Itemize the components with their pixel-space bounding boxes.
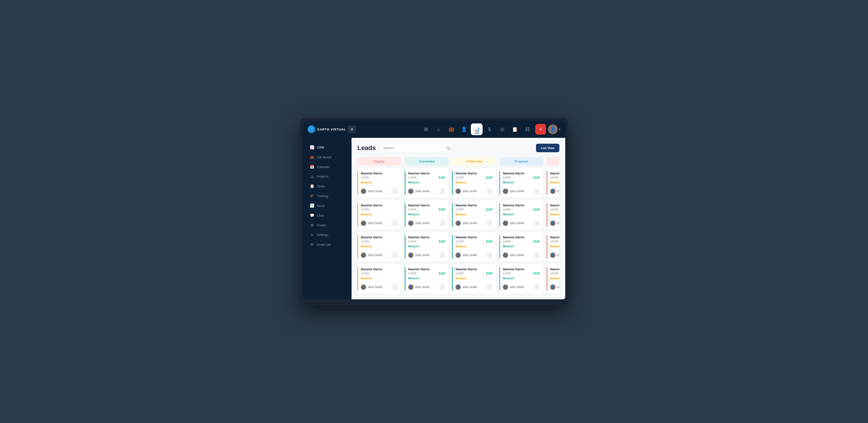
kanban-header-followup: Follow Up	[452, 157, 496, 165]
sidebar-label-emaillist: Email List	[317, 243, 331, 246]
card-menu-button[interactable]: ⋮	[392, 220, 398, 226]
card-id-row: 12345 $100	[408, 272, 445, 275]
sidebar-item-stock[interactable]: 📉 Stock	[305, 201, 349, 210]
card-menu-button[interactable]: ⋮	[487, 252, 493, 258]
search-input[interactable]	[380, 144, 453, 152]
card-priority-amount-row: Medium	[456, 245, 493, 248]
card-id: 12345	[361, 240, 369, 243]
tasks-icon: 📋	[310, 184, 314, 188]
card-id: 12345	[456, 272, 464, 275]
card-border-left	[452, 235, 453, 259]
assignee-name: John Smith	[509, 253, 524, 257]
card-priority-amount-row: Medium	[361, 245, 398, 248]
nav-network-btn[interactable]: ⛓	[522, 123, 533, 135]
card-name: Naomie Harris	[503, 267, 540, 271]
card-menu-button[interactable]: ⋮	[392, 252, 398, 258]
card-menu-button[interactable]: ⋮	[487, 284, 493, 290]
lead-card: Naomie Harris 12345 $100 Medium 👤	[405, 200, 448, 230]
card-priority: Medium	[408, 213, 419, 216]
sidebar-item-tasks[interactable]: 📋 Tasks	[305, 181, 349, 191]
assignee-avatar: 👤	[503, 188, 508, 194]
sidebar-item-calender[interactable]: 📅 Calender	[305, 162, 349, 172]
card-amount: $100	[533, 240, 540, 243]
card-name: Naomie Harris	[361, 235, 398, 239]
sidebar-item-jobboard[interactable]: 💼 Job Board	[305, 152, 349, 162]
card-id: 12345	[503, 208, 511, 211]
card-menu-button[interactable]: ⋮	[439, 220, 445, 226]
card-menu-button[interactable]: ⋮	[487, 220, 493, 226]
assignee-avatar: 👤	[550, 188, 556, 194]
lead-card: Naomie Harris 12345 Medium 👤 John Smith	[358, 168, 401, 198]
card-menu-button[interactable]: ⋮	[392, 284, 398, 290]
assignee-name: John Smith	[415, 189, 430, 193]
card-amount: $100	[486, 176, 493, 179]
sidebar-item-chat[interactable]: 💬 Chat	[305, 211, 349, 220]
card-id-row: 12345	[361, 176, 398, 179]
nav-add-button[interactable]: +	[535, 124, 546, 135]
nav-lead-btn[interactable]: 📊 Lead	[471, 123, 483, 135]
card-id: 12345	[456, 208, 464, 211]
assignee-avatar: 👤	[503, 284, 508, 290]
card-priority: Medium	[456, 245, 466, 248]
avatar[interactable]: 👤	[548, 124, 558, 134]
card-assignee: 👤 John Smith	[408, 188, 430, 194]
projects-icon: 🗂	[310, 174, 314, 179]
card-menu-button[interactable]: ⋮	[534, 220, 540, 226]
card-menu-button[interactable]: ⋮	[534, 284, 540, 290]
card-name: Naomie Harris	[361, 204, 398, 207]
card-priority-amount-row: Medium	[361, 181, 398, 184]
nav-dollar-btn[interactable]: $	[484, 123, 495, 135]
sidebar-item-profile[interactable]: ⚙ Profile	[305, 220, 349, 230]
lead-card: Naomie Harris 12345 $100 Medium 👤	[405, 168, 448, 198]
card-priority: Medium	[550, 181, 559, 184]
card-assignee: 👤 John Smith	[361, 220, 382, 226]
card-menu-button[interactable]: ⋮	[487, 188, 493, 194]
card-priority: Medium	[550, 277, 559, 280]
assignee-avatar: 👤	[456, 220, 461, 226]
sidebar-item-settings[interactable]: ≡ Settings	[305, 230, 349, 239]
sidebar-label-jobboard: Job Board	[317, 155, 331, 159]
lead-card: Naomie Harris 12345 $100 Medium 👤	[452, 264, 496, 294]
card-id-row: 12345	[361, 240, 398, 243]
sidebar-label-projects: Projects	[317, 175, 329, 178]
menu-button[interactable]: ≡	[348, 125, 356, 133]
sidebar-item-training[interactable]: 🎓 Training	[305, 191, 349, 201]
training-icon: 🎓	[310, 194, 314, 198]
card-menu-button[interactable]: ⋮	[534, 188, 540, 194]
nav-dashboard-btn[interactable]: ⊞	[420, 123, 432, 135]
sidebar-item-projects[interactable]: 🗂 Projects	[305, 172, 349, 181]
card-id-row: 12345	[361, 272, 398, 275]
lead-card: Naomie Harris 12345 $100 Medium 👤	[452, 232, 496, 262]
card-footer: 👤 John Smith ⋮	[456, 250, 493, 258]
card-menu-button[interactable]: ⋮	[534, 252, 540, 258]
assignee-name: John Smith	[557, 221, 559, 225]
assignee-avatar: 👤	[550, 284, 556, 290]
avatar-chevron-icon[interactable]: ▾	[559, 127, 560, 131]
card-id-row: 12345 $100	[408, 208, 445, 211]
nav-target-btn[interactable]: ◎	[496, 123, 508, 135]
sidebar-item-crm[interactable]: 📈 CRM	[305, 143, 349, 152]
card-priority-amount-row: Medium	[456, 181, 493, 184]
card-menu-button[interactable]: ⋮	[439, 188, 445, 194]
brand-globe-icon: 🌐	[308, 125, 315, 133]
kanban-header-inquiry: Inquiry	[358, 157, 401, 165]
nav-clipboard-btn[interactable]: 📋	[509, 123, 521, 135]
nav-home-btn[interactable]: ⌂	[433, 123, 444, 135]
card-priority: Medium	[361, 277, 372, 280]
card-menu-button[interactable]: ⋮	[439, 284, 445, 290]
lead-card: Naomie Harris 12345 $100 Medium 👤	[452, 168, 496, 198]
assignee-avatar: 👤	[550, 220, 556, 226]
kanban-header-converted: Converted	[405, 157, 448, 165]
card-id: 12345	[361, 208, 369, 211]
card-menu-button[interactable]: ⋮	[392, 188, 398, 194]
sidebar-item-emaillist[interactable]: ✉ Email List	[305, 240, 349, 249]
card-id: 12345	[408, 208, 416, 211]
card-id: 12345	[503, 240, 511, 243]
nav-briefcase-btn[interactable]: 💼	[445, 123, 457, 135]
list-view-button[interactable]: List View	[536, 144, 559, 152]
nav-person-btn[interactable]: 👤	[458, 123, 470, 135]
card-menu-button[interactable]: ⋮	[439, 252, 445, 258]
card-border-left	[499, 203, 500, 226]
sidebar-label-profile: Profile	[317, 223, 326, 227]
assignee-name: John Smith	[557, 189, 559, 193]
